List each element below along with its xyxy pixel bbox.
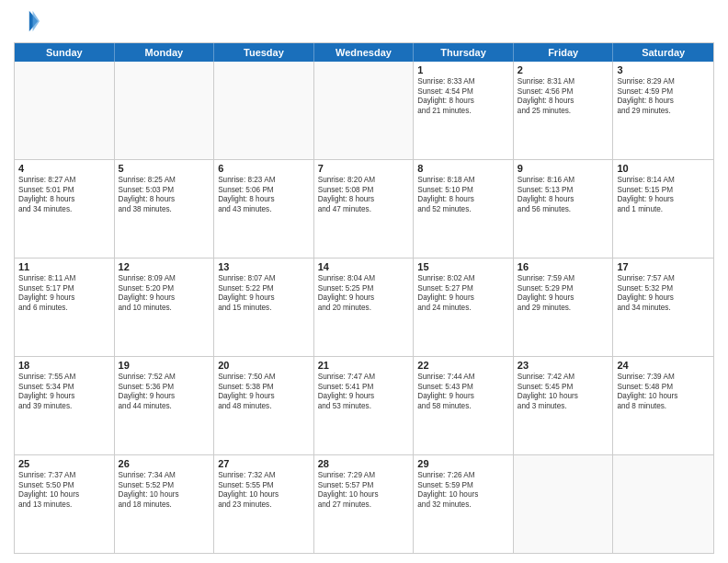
cell-info-line: and 3 minutes. (518, 402, 609, 412)
cell-info-line: Sunset: 5:17 PM (18, 284, 110, 294)
day-number: 5 (119, 163, 210, 174)
calendar-row: 25Sunrise: 7:37 AMSunset: 5:50 PMDayligh… (15, 455, 713, 553)
cell-info-line: Sunset: 5:43 PM (417, 383, 509, 393)
cell-info-line: Sunrise: 7:26 AM (417, 471, 509, 481)
cell-info-line: and 29 minutes. (518, 304, 609, 314)
logo-icon (14, 9, 40, 35)
calendar-cell: 15Sunrise: 8:02 AMSunset: 5:27 PMDayligh… (414, 259, 514, 356)
cell-info-line: Sunrise: 8:25 AM (119, 176, 210, 186)
day-of-week-header: Monday (115, 43, 215, 62)
cell-info-line: Sunset: 5:06 PM (218, 186, 310, 196)
cell-info-line: Daylight: 9 hours (119, 392, 210, 402)
cell-info-line: Daylight: 8 hours (518, 97, 609, 107)
calendar-row: 11Sunrise: 8:11 AMSunset: 5:17 PMDayligh… (15, 259, 713, 357)
calendar-cell: 29Sunrise: 7:26 AMSunset: 5:59 PMDayligh… (414, 455, 514, 553)
calendar-cell: 27Sunrise: 7:32 AMSunset: 5:55 PMDayligh… (214, 455, 314, 553)
day-number: 2 (518, 64, 609, 75)
cell-info-line: and 39 minutes. (18, 402, 110, 412)
cell-info-line: Daylight: 10 hours (417, 490, 509, 500)
calendar-cell (115, 62, 215, 159)
cell-info-line: Daylight: 9 hours (318, 293, 410, 304)
day-number: 22 (417, 360, 509, 371)
cell-info-line: Sunrise: 8:27 AM (18, 176, 110, 186)
cell-info-line: and 58 minutes. (417, 402, 509, 412)
calendar-cell: 14Sunrise: 8:04 AMSunset: 5:25 PMDayligh… (314, 259, 415, 356)
calendar-cell: 6Sunrise: 8:23 AMSunset: 5:06 PMDaylight… (214, 160, 314, 258)
cell-info-line: Daylight: 9 hours (417, 293, 509, 304)
cell-info-line: and 13 minutes. (18, 500, 110, 511)
cell-info-line: Daylight: 8 hours (318, 195, 410, 205)
cell-info-line: Sunset: 4:59 PM (617, 87, 710, 98)
day-number: 21 (318, 360, 410, 371)
cell-info-line: Sunset: 5:32 PM (617, 284, 710, 294)
calendar-cell: 17Sunrise: 7:57 AMSunset: 5:32 PMDayligh… (613, 259, 713, 356)
calendar-row: 18Sunrise: 7:55 AMSunset: 5:34 PMDayligh… (15, 357, 713, 455)
calendar-cell (214, 62, 314, 159)
cell-info-line: Daylight: 9 hours (417, 392, 509, 402)
day-of-week-header: Sunday (15, 43, 115, 62)
cell-info-line: Sunrise: 8:09 AM (119, 274, 210, 284)
day-number: 11 (18, 261, 110, 272)
cell-info-line: Sunrise: 8:33 AM (417, 77, 509, 87)
calendar-cell: 19Sunrise: 7:52 AMSunset: 5:36 PMDayligh… (115, 357, 215, 454)
cell-info-line: Daylight: 9 hours (18, 293, 110, 304)
cell-info-line: Sunset: 5:22 PM (218, 284, 310, 294)
cell-info-line: Daylight: 9 hours (119, 293, 210, 304)
cell-info-line: Sunset: 5:01 PM (18, 186, 110, 196)
cell-info-line: Sunrise: 7:47 AM (318, 373, 410, 383)
cell-info-line: Sunrise: 7:57 AM (617, 274, 710, 284)
cell-info-line: Sunset: 5:36 PM (119, 383, 210, 393)
cell-info-line: and 34 minutes. (18, 205, 110, 215)
cell-info-line: Daylight: 9 hours (18, 392, 110, 402)
logo (14, 9, 43, 35)
cell-info-line: Daylight: 9 hours (518, 293, 609, 304)
cell-info-line: Sunrise: 7:37 AM (18, 471, 110, 481)
cell-info-line: Sunrise: 8:16 AM (518, 176, 609, 186)
cell-info-line: Daylight: 8 hours (18, 195, 110, 205)
calendar-cell (314, 62, 415, 159)
cell-info-line: Sunset: 5:03 PM (119, 186, 210, 196)
cell-info-line: Sunset: 5:50 PM (18, 481, 110, 491)
cell-info-line: Sunset: 5:08 PM (318, 186, 410, 196)
day-of-week-header: Tuesday (214, 43, 314, 62)
calendar-cell: 5Sunrise: 8:25 AMSunset: 5:03 PMDaylight… (115, 160, 215, 258)
day-number: 13 (218, 261, 310, 272)
day-of-week-header: Friday (514, 43, 614, 62)
cell-info-line: and 43 minutes. (218, 205, 310, 215)
cell-info-line: and 21 minutes. (417, 107, 509, 117)
cell-info-line: and 24 minutes. (417, 304, 509, 314)
calendar-cell: 16Sunrise: 7:59 AMSunset: 5:29 PMDayligh… (514, 259, 614, 356)
day-number: 27 (218, 458, 310, 469)
day-number: 15 (417, 261, 509, 272)
cell-info-line: Sunrise: 8:07 AM (218, 274, 310, 284)
cell-info-line: Sunset: 5:55 PM (218, 481, 310, 491)
calendar-cell: 3Sunrise: 8:29 AMSunset: 4:59 PMDaylight… (613, 62, 713, 159)
calendar-row: 4Sunrise: 8:27 AMSunset: 5:01 PMDaylight… (15, 160, 713, 259)
calendar-cell: 25Sunrise: 7:37 AMSunset: 5:50 PMDayligh… (15, 455, 115, 553)
cell-info-line: Sunset: 5:10 PM (417, 186, 509, 196)
cell-info-line: Sunrise: 8:14 AM (617, 176, 710, 186)
cell-info-line: Daylight: 10 hours (218, 490, 310, 500)
day-number: 9 (518, 163, 609, 174)
cell-info-line: and 6 minutes. (18, 304, 110, 314)
cell-info-line: Sunrise: 8:18 AM (417, 176, 509, 186)
cell-info-line: and 8 minutes. (617, 402, 710, 412)
cell-info-line: Daylight: 10 hours (18, 490, 110, 500)
calendar-cell (613, 455, 713, 553)
calendar-cell: 28Sunrise: 7:29 AMSunset: 5:57 PMDayligh… (314, 455, 415, 553)
cell-info-line: and 56 minutes. (518, 205, 609, 215)
cell-info-line: Sunrise: 7:55 AM (18, 373, 110, 383)
calendar-cell: 2Sunrise: 8:31 AMSunset: 4:56 PMDaylight… (514, 62, 614, 159)
calendar-cell: 26Sunrise: 7:34 AMSunset: 5:52 PMDayligh… (115, 455, 215, 553)
cell-info-line: Daylight: 8 hours (417, 97, 509, 107)
cell-info-line: Sunrise: 8:02 AM (417, 274, 509, 284)
cell-info-line: and 29 minutes. (617, 107, 710, 117)
cell-info-line: and 1 minute. (617, 205, 710, 215)
cell-info-line: Daylight: 8 hours (417, 195, 509, 205)
cell-info-line: Sunrise: 8:23 AM (218, 176, 310, 186)
cell-info-line: Daylight: 10 hours (617, 392, 710, 402)
cell-info-line: and 38 minutes. (119, 205, 210, 215)
cell-info-line: Sunrise: 8:11 AM (18, 274, 110, 284)
calendar-cell (514, 455, 614, 553)
calendar-cell: 22Sunrise: 7:44 AMSunset: 5:43 PMDayligh… (414, 357, 514, 454)
